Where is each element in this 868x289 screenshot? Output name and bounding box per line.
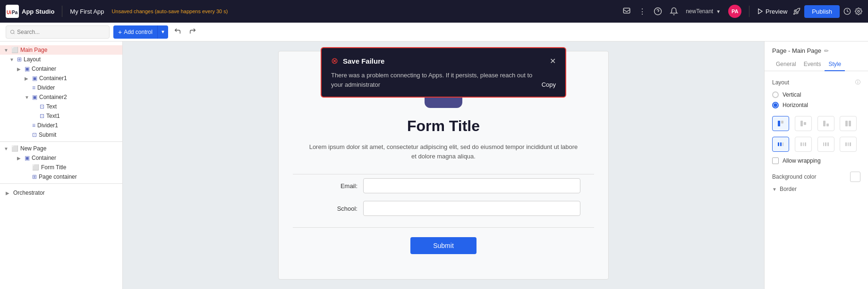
preview-label: Preview xyxy=(766,8,787,15)
divider-label: Divider xyxy=(37,84,55,91)
toast-close-button[interactable]: ✕ xyxy=(550,57,556,66)
container-np-label: Container xyxy=(32,155,56,161)
bg-color-label: Background color xyxy=(772,173,816,180)
vertical-option[interactable]: Vertical xyxy=(772,91,860,98)
notification-icon-btn[interactable] xyxy=(670,7,678,16)
toast-message: There was a problem connecting to Apps. … xyxy=(331,71,542,89)
email-input[interactable] xyxy=(363,178,580,193)
alignment-grid-2 xyxy=(772,137,860,152)
user-menu[interactable]: newTenant ▼ xyxy=(686,8,721,15)
align-top-left-btn[interactable] xyxy=(772,116,789,131)
sidebar-item-form-title[interactable]: ▶ ⬜ Form Title xyxy=(0,163,122,172)
tab-general[interactable]: General xyxy=(772,58,800,71)
chevron-icon: ▼ xyxy=(25,95,30,100)
sidebar-item-divider1[interactable]: ▶ ≡ Divider1 xyxy=(0,121,122,130)
svg-rect-20 xyxy=(849,121,851,126)
sidebar-item-container2[interactable]: ▼ ▣ Container2 xyxy=(0,92,122,102)
allow-wrapping-label: Allow wrapping xyxy=(783,157,821,164)
tab-events[interactable]: Events xyxy=(800,58,825,71)
add-control-main[interactable]: + Add control xyxy=(113,25,158,39)
container-label: Container xyxy=(32,66,56,72)
help-icon-btn[interactable] xyxy=(654,7,662,16)
justify-end-btn[interactable] xyxy=(817,137,834,152)
publish-button[interactable]: Publish xyxy=(804,5,840,18)
sidebar-item-new-page[interactable]: ▼ ⬜ New Page xyxy=(0,144,122,153)
toast-copy-button[interactable]: Copy xyxy=(542,80,556,90)
sidebar-item-page-container[interactable]: ▶ ⊞ Page container xyxy=(0,172,122,182)
sidebar-item-text1[interactable]: ▶ ⊡ Text1 xyxy=(0,111,122,121)
svg-point-8 xyxy=(858,10,859,12)
svg-rect-14 xyxy=(781,121,783,124)
school-input[interactable] xyxy=(363,201,580,216)
align-bottom-btn[interactable] xyxy=(817,116,834,131)
align-top-center-btn[interactable] xyxy=(795,116,812,131)
container-icon: ▣ xyxy=(25,66,30,72)
tab-style[interactable]: Style xyxy=(825,58,845,71)
svg-rect-30 xyxy=(845,142,847,146)
radio-selected-dot xyxy=(774,103,777,107)
sidebar-item-layout[interactable]: ▼ ⊞ Layout xyxy=(0,55,122,64)
toast-body: There was a problem connecting to Apps. … xyxy=(331,71,556,89)
svg-rect-17 xyxy=(823,121,825,126)
panel-title-text: Page - Main Page xyxy=(772,47,821,54)
second-toolbar: + Add control ▼ xyxy=(0,23,868,41)
horizontal-label: Horizontal xyxy=(783,102,808,108)
justify-space-between-btn[interactable] xyxy=(840,137,857,152)
justify-start-icon xyxy=(777,140,784,148)
edit-icon[interactable]: ✏ xyxy=(824,48,829,54)
sidebar-separator-2 xyxy=(0,183,122,184)
search-box[interactable] xyxy=(6,25,110,39)
svg-rect-28 xyxy=(825,142,826,146)
sidebar-item-main-page[interactable]: ▼ ⬜ Main Page xyxy=(0,45,122,55)
error-icon: ⊗ xyxy=(331,56,338,66)
form-submit-button[interactable]: Submit xyxy=(410,237,477,254)
svg-rect-15 xyxy=(800,121,803,126)
vertical-radio[interactable] xyxy=(772,91,779,98)
search-input[interactable] xyxy=(17,29,105,35)
add-control-button[interactable]: + Add control ▼ xyxy=(113,25,168,39)
rocket-icon-btn[interactable] xyxy=(793,8,800,15)
svg-rect-26 xyxy=(805,142,806,146)
allow-wrapping-checkbox[interactable] xyxy=(772,157,779,164)
justify-center-btn[interactable] xyxy=(795,137,812,152)
horizontal-option[interactable]: Horizontal xyxy=(772,102,860,108)
topbar-divider-2 xyxy=(749,6,749,17)
container2-label: Container2 xyxy=(39,94,67,100)
sidebar-item-orchestrator[interactable]: ▶ Orchestrator xyxy=(0,186,122,200)
align-top-left-icon xyxy=(777,120,784,127)
align-stretch-btn[interactable] xyxy=(840,116,857,131)
border-row[interactable]: ▼ Border xyxy=(772,186,860,192)
svg-rect-16 xyxy=(804,122,806,125)
divider-icon: ≡ xyxy=(32,84,35,91)
container2-icon: ▣ xyxy=(32,94,37,100)
history-icon-btn[interactable] xyxy=(843,8,851,15)
svg-rect-13 xyxy=(778,121,780,126)
sidebar-item-container[interactable]: ▶ ▣ Container xyxy=(0,64,122,74)
preview-button[interactable]: Preview xyxy=(757,8,787,15)
divider1-icon: ≡ xyxy=(32,122,35,129)
add-control-dropdown-arrow[interactable]: ▼ xyxy=(158,25,168,39)
more-options-icon-btn[interactable]: ⋮ xyxy=(638,7,646,16)
layout-label: Layout xyxy=(772,79,789,86)
justify-start-btn[interactable] xyxy=(772,137,789,152)
sidebar-item-submit[interactable]: ▶ ⊡ Submit xyxy=(0,130,122,140)
app-logo: Ui Pa App Studio xyxy=(6,5,54,18)
info-icon[interactable]: ⓘ xyxy=(855,79,860,86)
new-page-label: New Page xyxy=(20,145,46,152)
allow-wrapping-row: Allow wrapping xyxy=(772,157,860,164)
horizontal-radio[interactable] xyxy=(772,102,779,108)
sidebar-item-container-np[interactable]: ▶ ▣ Container xyxy=(0,153,122,163)
feedback-icon-btn[interactable] xyxy=(622,7,631,16)
bg-color-swatch[interactable] xyxy=(850,172,860,182)
svg-rect-32 xyxy=(850,142,851,146)
sidebar-item-text[interactable]: ▶ ⊡ Text xyxy=(0,102,122,111)
layout-label: Layout xyxy=(24,56,41,63)
sidebar: ▼ ⬜ Main Page ▼ ⊞ Layout ▶ ▣ Container ▶… xyxy=(0,41,123,289)
settings-icon-btn[interactable] xyxy=(855,8,862,15)
redo-button[interactable] xyxy=(187,25,198,38)
canvas: Form Title Lorem ipsum dolor sit amet, c… xyxy=(123,41,764,289)
sidebar-item-container1[interactable]: ▶ ▣ Container1 xyxy=(0,74,122,83)
undo-button[interactable] xyxy=(172,25,183,38)
sidebar-item-divider[interactable]: ▶ ≡ Divider xyxy=(0,83,122,92)
school-label: School: xyxy=(306,205,363,212)
